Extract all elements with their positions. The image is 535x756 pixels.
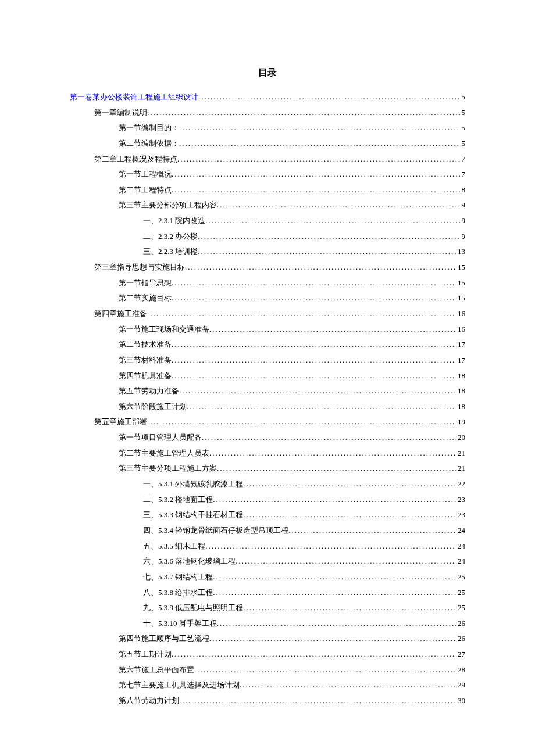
toc-entry[interactable]: 第三节主要分项工程施工方案21 bbox=[70, 461, 465, 476]
toc-leader-dots bbox=[172, 337, 456, 353]
toc-entry[interactable]: 七、5.3.7 钢结构工程25 bbox=[70, 569, 465, 585]
toc-entry[interactable]: 第二章工程概况及程特点7 bbox=[70, 152, 465, 167]
toc-entry[interactable]: 第二节主要施工管理人员表21 bbox=[70, 446, 465, 461]
toc-entry-page: 18 bbox=[456, 399, 465, 415]
toc-leader-dots bbox=[288, 523, 456, 539]
toc-entry-page: 24 bbox=[456, 539, 465, 554]
toc-leader-dots bbox=[172, 182, 461, 198]
toc-entry[interactable]: 第二节实施目标15 bbox=[70, 291, 465, 306]
toc-entry-page: 15 bbox=[456, 275, 465, 291]
toc-entry-text: 六、5.3.6 落地钢化玻璃工程 bbox=[143, 554, 236, 569]
toc-entry[interactable]: 四、5.3.4 轻钢龙骨纸面石仔板造型吊顶工程24 bbox=[70, 523, 465, 539]
toc-entry-page: 25 bbox=[456, 569, 465, 585]
toc-entry[interactable]: 第一节施工现场和交通准备16 bbox=[70, 322, 465, 338]
toc-leader-dots bbox=[147, 105, 461, 121]
toc-entry-text: 第一节工程概况 bbox=[119, 167, 172, 182]
toc-entry-text: 第三节主要分部分项工程内容 bbox=[119, 198, 217, 213]
toc-entry[interactable]: 第二节工程特点8 bbox=[70, 182, 465, 198]
toc-entry[interactable]: 第四节机具准备18 bbox=[70, 368, 465, 384]
toc-entry[interactable]: 第一节项目管理人员配备20 bbox=[70, 430, 465, 446]
toc-leader-dots bbox=[205, 539, 456, 554]
toc-entry-text: 第三节主要分项工程施工方案 bbox=[119, 461, 217, 476]
toc-leader-dots bbox=[172, 275, 456, 291]
toc-entry-text: 第五节工期计划 bbox=[119, 647, 172, 662]
toc-leader-dots bbox=[194, 662, 456, 678]
toc-entry-page: 5 bbox=[461, 89, 466, 105]
toc-entry-text: 第二节实施目标 bbox=[119, 291, 172, 306]
toc-entry[interactable]: 二、5.3.2 楼地面工程23 bbox=[70, 492, 465, 508]
toc-leader-dots bbox=[179, 120, 461, 136]
toc-entry-page: 26 bbox=[456, 616, 465, 632]
toc-entry[interactable]: 一、5.3.1 外墙氨碳乳胶漆工程22 bbox=[70, 476, 465, 492]
toc-entry-text: 八、5.3.8 给排水工程 bbox=[143, 585, 213, 601]
toc-entry[interactable]: 第五章施工部署19 bbox=[70, 414, 465, 430]
toc-entry[interactable]: 第五节劳动力准备18 bbox=[70, 384, 465, 399]
toc-entry[interactable]: 第一节编制目的：5 bbox=[70, 120, 465, 136]
toc-entry-page: 25 bbox=[456, 600, 465, 616]
toc-leader-dots bbox=[202, 430, 456, 446]
toc-entry-page: 13 bbox=[456, 244, 465, 260]
toc-entry[interactable]: 第三章指导思想与实施目标15 bbox=[70, 260, 465, 275]
toc-entry-text: 三、5.3.3 钢结构干挂石材工程 bbox=[143, 507, 243, 523]
toc-entry-page: 15 bbox=[456, 291, 465, 306]
toc-entry[interactable]: 第二节技术准备17 bbox=[70, 337, 465, 353]
toc-entry-page: 15 bbox=[456, 260, 465, 275]
toc-entry-page: 9 bbox=[461, 198, 466, 213]
toc-entry[interactable]: 第七节主要施工机具选择及进场计划29 bbox=[70, 678, 465, 693]
toc-entry-page: 21 bbox=[456, 461, 465, 476]
toc-entry-text: 一、2.3.1 院内改造 bbox=[143, 213, 205, 229]
toc-entry[interactable]: 八、5.3.8 给排水工程25 bbox=[70, 585, 465, 601]
toc-leader-dots bbox=[172, 167, 461, 182]
toc-entry-page: 20 bbox=[456, 430, 465, 446]
toc-entry[interactable]: 第五节工期计划27 bbox=[70, 647, 465, 662]
toc-entry-page: 25 bbox=[456, 585, 465, 601]
toc-entry[interactable]: 二、2.3.2 办公楼9 bbox=[70, 229, 465, 245]
toc-entry[interactable]: 五、5.3.5 细木工程24 bbox=[70, 539, 465, 554]
toc-entry-page: 23 bbox=[456, 492, 465, 508]
toc-entry[interactable]: 第八节劳动力计划30 bbox=[70, 693, 465, 709]
toc-entry-page: 30 bbox=[456, 693, 465, 709]
toc-leader-dots bbox=[213, 585, 456, 601]
toc-entry[interactable]: 第三节材料准备17 bbox=[70, 353, 465, 368]
toc-leader-dots bbox=[179, 136, 461, 152]
page-title: 目录 bbox=[70, 67, 465, 79]
toc-entry[interactable]: 六、5.3.6 落地钢化玻璃工程24 bbox=[70, 554, 465, 569]
toc-entry-page: 21 bbox=[456, 446, 465, 461]
toc-entry[interactable]: 第四章施工准备16 bbox=[70, 306, 465, 322]
toc-entry[interactable]: 第六节施工总平面布置28 bbox=[70, 662, 465, 678]
toc-entry[interactable]: 第三节主要分部分项工程内容9 bbox=[70, 198, 465, 213]
toc-entry[interactable]: 一、2.3.1 院内改造9 bbox=[70, 213, 465, 229]
toc-entry[interactable]: 第二节编制依据：5 bbox=[70, 136, 465, 152]
toc-entry[interactable]: 第六节阶段施工计划18 bbox=[70, 399, 465, 415]
toc-leader-dots bbox=[179, 384, 456, 399]
toc-entry-text: 第二节编制依据： bbox=[119, 136, 179, 152]
toc-entry-page: 26 bbox=[456, 631, 465, 647]
toc-entry-page: 24 bbox=[456, 554, 465, 569]
toc-entry-text: 第二节主要施工管理人员表 bbox=[119, 446, 209, 461]
toc-leader-dots bbox=[172, 291, 456, 306]
toc-entry[interactable]: 第一节指导思想15 bbox=[70, 275, 465, 291]
toc-entry-text: 二、5.3.2 楼地面工程 bbox=[143, 492, 213, 508]
toc-entry-text: 第六节阶段施工计划 bbox=[119, 399, 187, 415]
toc-entry-page: 18 bbox=[456, 384, 465, 399]
toc-entry[interactable]: 第四节施工顺序与工艺流程26 bbox=[70, 631, 465, 647]
toc-leader-dots bbox=[198, 229, 460, 245]
toc-entry-page: 16 bbox=[456, 322, 465, 338]
toc-entry-page: 5 bbox=[461, 120, 466, 136]
toc-entry-text: 十、5.3.10 脚手架工程 bbox=[143, 616, 217, 632]
toc-leader-dots bbox=[187, 399, 456, 415]
toc-entry-text: 第一节指导思想 bbox=[119, 275, 172, 291]
toc-entry-text: 四、5.3.4 轻钢龙骨纸面石仔板造型吊顶工程 bbox=[143, 523, 288, 539]
toc-leader-dots bbox=[179, 693, 456, 709]
toc-entry[interactable]: 三、5.3.3 钢结构干挂石材工程23 bbox=[70, 507, 465, 523]
toc-entry[interactable]: 三、2.2.3 培训楼13 bbox=[70, 244, 465, 260]
toc-leader-dots bbox=[172, 647, 456, 662]
toc-entry[interactable]: 第一节工程概况7 bbox=[70, 167, 465, 182]
toc-leader-dots bbox=[243, 600, 456, 616]
toc-entry[interactable]: 第一章编制说明5 bbox=[70, 105, 465, 121]
toc-entry-page: 19 bbox=[456, 414, 465, 430]
toc-entry-page: 9 bbox=[461, 229, 466, 245]
toc-entry[interactable]: 第一卷某办公楼装饰工程施工组织设计5 bbox=[70, 89, 465, 105]
toc-entry[interactable]: 十、5.3.10 脚手架工程26 bbox=[70, 616, 465, 632]
toc-entry[interactable]: 九、5.3.9 低压配电与照明工程25 bbox=[70, 600, 465, 616]
